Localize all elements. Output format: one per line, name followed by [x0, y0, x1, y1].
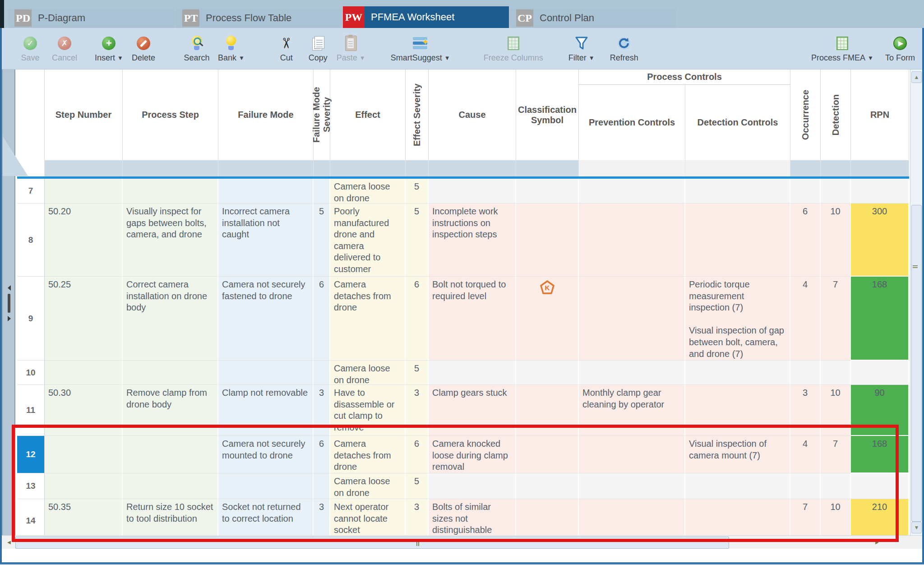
cell-detc-row-13[interactable]	[685, 473, 790, 499]
cell-occ-row-13[interactable]	[790, 473, 821, 499]
cell-cause-row-10[interactable]	[429, 361, 516, 385]
cell-fmsev-row-10[interactable]	[314, 361, 330, 385]
cell-fm-row-11[interactable]: Clamp not removable	[218, 385, 314, 436]
row-number-13[interactable]: 13	[17, 473, 45, 499]
row-number-8[interactable]: 8	[17, 204, 45, 277]
cell-effect-row-8[interactable]: Poorly manufactured drone and camera del…	[330, 204, 406, 277]
smartsuggest-button[interactable]: ✦SmartSuggest▼	[391, 34, 450, 63]
cell-effsev-row-7[interactable]: 5	[406, 179, 429, 204]
cell-rpn-row-11[interactable]: 90	[851, 385, 909, 436]
cell-det-row-7[interactable]	[821, 179, 851, 204]
cell-cls-row-10[interactable]	[516, 361, 579, 385]
cell-effsev-row-9[interactable]: 6	[406, 277, 429, 361]
cell-det-row-12[interactable]: 7	[821, 436, 851, 473]
cell-occ-row-10[interactable]	[790, 361, 821, 385]
cell-fmsev-row-11[interactable]: 3	[314, 385, 330, 436]
refresh-button[interactable]: Refresh	[610, 34, 638, 63]
cell-prev-row-11[interactable]: Monthly clamp gear cleaning by operator	[579, 385, 685, 436]
process-fmea-button[interactable]: Process FMEA▼	[811, 34, 873, 63]
cell-fm-row-12[interactable]: Camera not securely mounted to drone	[218, 436, 314, 473]
cell-prev-row-13[interactable]	[579, 473, 685, 499]
cell-effect-row-13[interactable]: Camera loose on drone	[330, 473, 406, 499]
cell-cls-row-13[interactable]	[516, 473, 579, 499]
cell-rpn-row-13[interactable]	[851, 473, 909, 499]
cell-step-row-12[interactable]	[45, 436, 123, 473]
cell-fm-row-10[interactable]	[218, 361, 314, 385]
cell-occ-row-7[interactable]	[790, 179, 821, 204]
cell-step-row-13[interactable]	[45, 473, 123, 499]
search-button[interactable]: Search	[184, 34, 210, 63]
cell-prev-row-7[interactable]	[579, 179, 685, 204]
cell-cause-row-13[interactable]	[429, 473, 516, 499]
cell-detc-row-11[interactable]	[685, 385, 790, 436]
scroll-up-arrow[interactable]: ▲	[911, 71, 922, 83]
filter-cell-det[interactable]	[821, 160, 851, 176]
cell-process-row-11[interactable]: Remove clamp from drone body	[123, 385, 218, 436]
filter-cell-occ[interactable]	[790, 160, 821, 176]
pane-splitter-handle[interactable]	[5, 285, 14, 321]
cell-fmsev-row-8[interactable]: 5	[314, 204, 330, 277]
cell-fmsev-row-7[interactable]	[314, 179, 330, 204]
cell-cause-row-11[interactable]: Clamp gears stuck	[429, 385, 516, 436]
horizontal-scrollbar[interactable]: ◄ ►	[2, 535, 922, 549]
cell-prev-row-10[interactable]	[579, 361, 685, 385]
cell-cls-row-12[interactable]	[516, 436, 579, 473]
cell-occ-row-9[interactable]: 4	[790, 277, 821, 361]
cell-fm-row-8[interactable]: Incorrect camera installation not caught	[218, 204, 314, 277]
cell-effsev-row-11[interactable]: 3	[406, 385, 429, 436]
cell-cls-row-7[interactable]	[516, 179, 579, 204]
cell-effsev-row-13[interactable]: 5	[406, 473, 429, 499]
cell-det-row-11[interactable]: 10	[821, 385, 851, 436]
column-header-step[interactable]: Step Number	[45, 69, 123, 160]
cell-rpn-row-7[interactable]	[851, 179, 909, 204]
cell-fm-row-9[interactable]: Camera not securely fastened to drone	[218, 277, 314, 361]
cell-effsev-row-10[interactable]: 5	[406, 361, 429, 385]
row-number-10[interactable]: 10	[17, 361, 45, 385]
row-number-9[interactable]: 9	[17, 277, 45, 361]
column-header-det[interactable]: Detection	[821, 69, 851, 160]
bank-button[interactable]: Bank▼	[218, 34, 245, 63]
cell-process-row-8[interactable]: Visually inspect for gaps between bolts,…	[123, 204, 218, 277]
cell-fmsev-row-12[interactable]: 6	[314, 436, 330, 473]
cell-step-row-10[interactable]	[45, 361, 123, 385]
cell-det-row-8[interactable]: 10	[821, 204, 851, 277]
cell-effsev-row-8[interactable]: 5	[406, 204, 429, 277]
tab-control-plan[interactable]: CPControl Plan	[510, 8, 676, 28]
cell-effect-row-7[interactable]: Camera loose on drone	[330, 179, 406, 204]
cell-fmsev-row-9[interactable]: 6	[314, 277, 330, 361]
delete-button[interactable]: Delete	[130, 34, 157, 63]
cell-process-row-10[interactable]	[123, 361, 218, 385]
filter-cell-cause[interactable]	[429, 160, 516, 176]
filter-cell-effsev[interactable]	[406, 160, 429, 176]
cell-cls-row-11[interactable]	[516, 385, 579, 436]
cell-rpn-row-9[interactable]: 168	[851, 277, 909, 361]
cell-step-row-8[interactable]: 50.20	[45, 204, 123, 277]
cell-effect-row-12[interactable]: Camera detaches from drone	[330, 436, 406, 473]
cell-detc-row-12[interactable]: Visual inspection of camera mount (7)	[685, 436, 790, 473]
cell-prev-row-9[interactable]	[579, 277, 685, 361]
cell-occ-row-11[interactable]: 3	[790, 385, 821, 436]
column-header-cls[interactable]: Classification Symbol	[516, 69, 579, 160]
cell-process-row-12[interactable]	[123, 436, 218, 473]
column-header-fmsev[interactable]: Failure Mode Severity	[314, 69, 330, 160]
cell-det-row-9[interactable]: 7	[821, 277, 851, 361]
cell-fm-row-13[interactable]	[218, 473, 314, 499]
column-header-fm[interactable]: Failure Mode	[218, 69, 314, 160]
cell-effect-row-11[interactable]: Have to disassemble or cut clamp to remo…	[330, 385, 406, 436]
cell-fmsev-row-13[interactable]	[314, 473, 330, 499]
filter-cell-cls[interactable]	[516, 160, 579, 176]
column-header-detc[interactable]: Detection Controls	[685, 85, 790, 160]
horizontal-scrollbar-thumb[interactable]	[15, 537, 729, 549]
column-header-occ[interactable]: Occurrence	[790, 69, 821, 160]
cut-button[interactable]: ✂Cut	[273, 34, 300, 63]
cell-cause-row-7[interactable]	[429, 179, 516, 204]
to-form-button[interactable]: ▶To Form	[885, 34, 915, 63]
filter-cell-fm[interactable]	[218, 160, 314, 176]
insert-button[interactable]: +Insert▼	[95, 34, 123, 63]
cell-detc-row-8[interactable]	[685, 204, 790, 277]
filter-cell-detc[interactable]	[685, 160, 790, 176]
copy-button[interactable]: Copy	[305, 34, 331, 63]
filter-cell-rpn[interactable]	[851, 160, 909, 176]
cell-step-row-11[interactable]: 50.30	[45, 385, 123, 436]
cell-step-row-9[interactable]: 50.25	[45, 277, 123, 361]
